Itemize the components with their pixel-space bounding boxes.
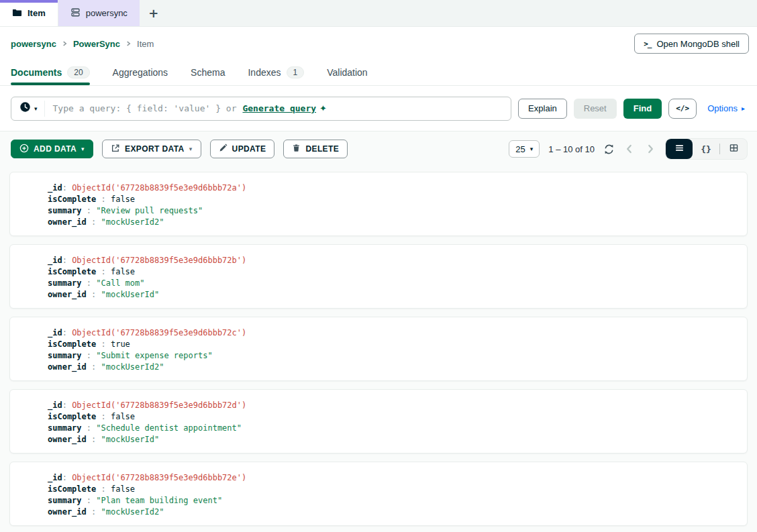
tab-label: Aggregations bbox=[113, 67, 168, 78]
find-button[interactable]: Find bbox=[623, 99, 662, 119]
table-view-icon bbox=[729, 143, 739, 156]
server-icon bbox=[70, 7, 81, 19]
pagination-cluster: 25 ▾ 1 – 10 of 10 {} bbox=[509, 138, 748, 160]
document-card[interactable]: _id: ObjectId('67728b8839f5e3e9d6bbb72d'… bbox=[9, 389, 748, 454]
document-field: isComplete : false bbox=[48, 194, 747, 205]
folder-icon bbox=[12, 7, 22, 19]
generate-query-link[interactable]: Generate query bbox=[242, 103, 316, 113]
add-data-button[interactable]: ADD DATA ▾ bbox=[11, 140, 93, 158]
chevron-right-icon bbox=[62, 39, 68, 49]
field-key: _id bbox=[48, 473, 62, 482]
chevron-right-icon bbox=[125, 39, 132, 49]
sparkle-icon: ✦ bbox=[319, 103, 327, 113]
field-separator: : bbox=[62, 256, 72, 265]
field-value: ObjectId('67728b8839f5e3e9d6bbb72d') bbox=[72, 401, 246, 410]
document-field: _id: ObjectId('67728b8839f5e3e9d6bbb72d'… bbox=[48, 400, 747, 411]
field-separator: : bbox=[87, 507, 101, 517]
document-card[interactable]: _id: ObjectId('67728b8839f5e3e9d6bbb72b'… bbox=[9, 244, 748, 309]
field-value: false bbox=[111, 195, 135, 204]
delete-button[interactable]: DELETE bbox=[283, 140, 348, 158]
field-separator: : bbox=[62, 328, 72, 337]
document-field: owner_id : "mockUserId2" bbox=[48, 507, 747, 518]
workspace-tabbar: Item powersync + bbox=[0, 0, 757, 27]
new-tab-button[interactable]: + bbox=[140, 0, 168, 26]
field-key: owner_id bbox=[48, 435, 87, 444]
field-separator: : bbox=[82, 351, 97, 360]
field-key: summary bbox=[48, 496, 82, 505]
field-key: summary bbox=[48, 206, 82, 215]
query-history-button[interactable]: ▾ bbox=[11, 101, 45, 117]
breadcrumb-schema[interactable]: PowerSync bbox=[73, 39, 120, 49]
document-card[interactable]: _id: ObjectId('67728b8839f5e3e9d6bbb72c'… bbox=[9, 317, 748, 381]
chevron-down-icon: ▾ bbox=[81, 146, 85, 152]
field-value: ObjectId('67728b8839f5e3e9d6bbb72e') bbox=[72, 473, 246, 482]
document-field: isComplete : false bbox=[48, 484, 747, 495]
tab-validation[interactable]: Validation bbox=[327, 60, 367, 85]
document-field: summary : "Submit expense reports" bbox=[48, 350, 747, 362]
document-field: summary : "Plan team building event" bbox=[48, 495, 747, 507]
workspace-tab-label: powersync bbox=[86, 8, 128, 18]
field-key: summary bbox=[48, 278, 82, 288]
field-separator: : bbox=[96, 339, 111, 349]
tab-aggregations[interactable]: Aggregations bbox=[113, 60, 168, 85]
field-value: false bbox=[111, 412, 135, 421]
delete-label: DELETE bbox=[305, 144, 339, 154]
json-view-button[interactable]: {} bbox=[693, 139, 719, 159]
prev-page-button[interactable] bbox=[623, 143, 636, 155]
document-card[interactable]: _id: ObjectId('67728b8839f5e3e9d6bbb72a'… bbox=[9, 172, 748, 236]
view-switcher: {} bbox=[665, 138, 748, 160]
field-key: isComplete bbox=[48, 484, 96, 494]
refresh-button[interactable] bbox=[603, 144, 615, 155]
field-value: "mockUserId2" bbox=[101, 217, 164, 227]
pagination-range: 1 – 10 of 10 bbox=[548, 144, 595, 154]
workspace-tab-item[interactable]: Item bbox=[0, 0, 58, 26]
query-input[interactable]: ▾ Type a query: { field: 'value' } or Ge… bbox=[11, 97, 511, 121]
update-label: UPDATE bbox=[232, 144, 266, 154]
field-value: true bbox=[111, 339, 130, 349]
breadcrumb-collection: Item bbox=[137, 39, 154, 49]
field-value: false bbox=[111, 267, 135, 276]
export-data-button[interactable]: EXPORT DATA ▾ bbox=[102, 140, 201, 158]
reset-button[interactable]: Reset bbox=[574, 99, 617, 119]
field-separator: : bbox=[82, 206, 97, 215]
field-value: "Review pull requests" bbox=[96, 206, 203, 215]
field-key: isComplete bbox=[48, 267, 96, 276]
field-value: ObjectId('67728b8839f5e3e9d6bbb72c') bbox=[72, 328, 246, 337]
tab-schema[interactable]: Schema bbox=[191, 60, 225, 85]
document-field: owner_id : "mockUserId2" bbox=[48, 217, 747, 228]
explain-button[interactable]: Explain bbox=[518, 99, 567, 119]
field-value: false bbox=[111, 484, 135, 494]
breadcrumb-database[interactable]: powersync bbox=[11, 39, 56, 49]
field-key: _id bbox=[48, 256, 62, 265]
table-view-button[interactable] bbox=[720, 139, 747, 159]
list-view-button[interactable] bbox=[666, 139, 693, 159]
field-value: "mockUserId" bbox=[101, 435, 159, 444]
workspace-tab-powersync[interactable]: powersync bbox=[58, 0, 140, 26]
field-separator: : bbox=[96, 484, 111, 494]
options-toggle[interactable]: Options ▸ bbox=[707, 103, 745, 113]
field-key: _id bbox=[48, 183, 62, 193]
field-separator: : bbox=[87, 362, 101, 372]
trash-icon bbox=[292, 144, 301, 154]
documents-toolbar: ADD DATA ▾ EXPORT DATA ▾ UPDATE DELETE 2… bbox=[0, 131, 757, 172]
document-card[interactable]: _id: ObjectId('67728b8839f5e3e9d6bbb72e'… bbox=[9, 462, 748, 526]
field-separator: : bbox=[96, 267, 111, 276]
document-field: owner_id : "mockUserId" bbox=[48, 434, 747, 445]
document-field: isComplete : false bbox=[48, 411, 747, 423]
tab-indexes[interactable]: Indexes1 bbox=[248, 60, 304, 85]
tab-documents[interactable]: Documents20 bbox=[11, 60, 90, 85]
document-field: owner_id : "mockUserId2" bbox=[48, 362, 747, 373]
export-data-label: EXPORT DATA bbox=[125, 144, 185, 154]
field-value: ObjectId('67728b8839f5e3e9d6bbb72b') bbox=[72, 256, 246, 265]
field-key: owner_id bbox=[48, 217, 87, 227]
code-toggle-button[interactable]: </> bbox=[668, 99, 697, 119]
tab-count-badge: 20 bbox=[67, 66, 89, 78]
open-mongodb-shell-button[interactable]: >_ Open MongoDB shell bbox=[634, 34, 749, 54]
field-value: ObjectId('67728b8839f5e3e9d6bbb72a') bbox=[72, 183, 246, 193]
update-button[interactable]: UPDATE bbox=[210, 140, 275, 158]
next-page-button[interactable] bbox=[644, 143, 656, 155]
field-key: isComplete bbox=[48, 339, 96, 349]
field-separator: : bbox=[87, 290, 101, 299]
page-size-select[interactable]: 25 ▾ bbox=[509, 140, 540, 158]
export-icon bbox=[111, 144, 120, 155]
